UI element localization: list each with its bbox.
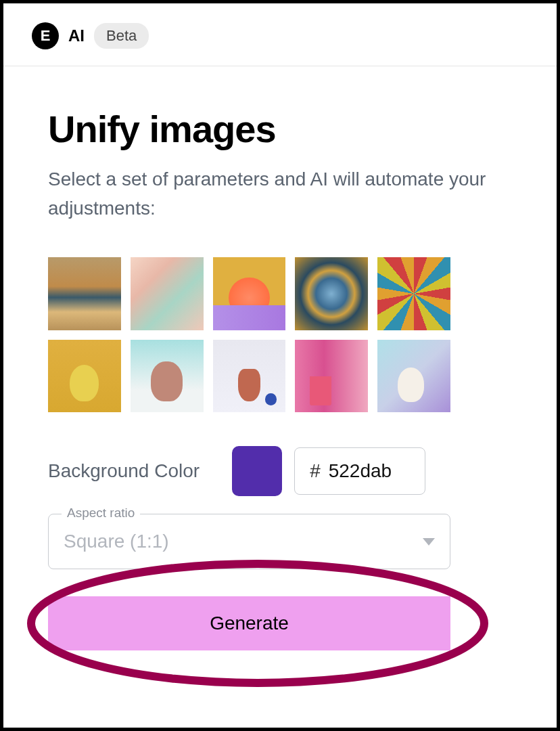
chevron-down-icon bbox=[423, 538, 435, 546]
image-thumbnail-grid bbox=[48, 257, 450, 413]
thumbnail-image[interactable] bbox=[131, 257, 204, 330]
thumbnail-image[interactable] bbox=[48, 257, 121, 330]
generate-button[interactable]: Generate bbox=[48, 596, 450, 650]
background-color-label: Background Color bbox=[48, 460, 200, 482]
page-subtitle: Select a set of parameters and AI will a… bbox=[48, 164, 512, 223]
thumbnail-image[interactable] bbox=[213, 340, 286, 413]
page-title: Unify images bbox=[48, 107, 512, 151]
hex-input[interactable] bbox=[329, 460, 410, 482]
logo-letter: E bbox=[41, 27, 51, 45]
generate-button-label: Generate bbox=[210, 613, 289, 634]
hex-prefix: # bbox=[310, 460, 321, 482]
background-color-row: Background Color # bbox=[48, 446, 512, 496]
beta-badge: Beta bbox=[94, 23, 149, 49]
main-content: Unify images Select a set of parameters … bbox=[3, 66, 557, 671]
hex-input-box[interactable]: # bbox=[294, 447, 425, 495]
aspect-ratio-value: Square (1:1) bbox=[64, 531, 169, 552]
thumbnail-image[interactable] bbox=[295, 257, 368, 330]
header-bar: E AI Beta bbox=[3, 3, 557, 66]
thumbnail-image[interactable] bbox=[213, 257, 286, 330]
elementor-logo-icon: E bbox=[32, 22, 59, 49]
ai-label: AI bbox=[68, 26, 85, 45]
thumbnail-image[interactable] bbox=[377, 340, 450, 413]
color-swatch[interactable] bbox=[232, 446, 282, 496]
thumbnail-image[interactable] bbox=[131, 340, 204, 413]
thumbnail-image[interactable] bbox=[295, 340, 368, 413]
aspect-ratio-select[interactable]: Square (1:1) bbox=[48, 514, 450, 569]
thumbnail-image[interactable] bbox=[48, 340, 121, 413]
generate-button-area: Generate bbox=[28, 596, 488, 650]
thumbnail-image[interactable] bbox=[377, 257, 450, 330]
aspect-ratio-legend: Aspect ratio bbox=[62, 506, 140, 520]
aspect-ratio-field: Aspect ratio Square (1:1) bbox=[48, 514, 512, 569]
